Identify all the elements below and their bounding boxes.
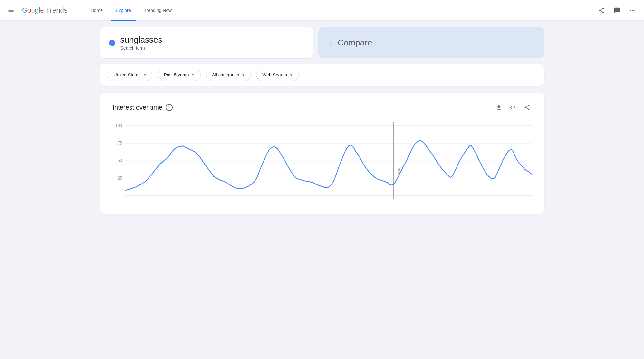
svg-text:25: 25: [117, 175, 122, 181]
header-left: Google Trends Home Explore Trending Now: [5, 0, 177, 21]
type-filter[interactable]: Web Search ▼: [256, 69, 299, 81]
search-term: sunglasses: [120, 35, 162, 45]
logo-trends: Trends: [46, 6, 68, 15]
header-right: [595, 4, 639, 17]
time-chevron: ▼: [191, 73, 195, 77]
region-filter[interactable]: United States ▼: [108, 69, 153, 81]
compare-plus: +: [327, 38, 332, 48]
logo[interactable]: Google Trends: [22, 6, 68, 15]
category-chevron: ▼: [242, 73, 245, 77]
chart-area: 100 75 50 25 Note: [113, 122, 532, 206]
download-button[interactable]: [494, 103, 503, 112]
svg-text:100: 100: [115, 123, 122, 128]
compare-box[interactable]: + Compare: [318, 27, 544, 58]
embed-button[interactable]: [508, 103, 517, 112]
type-chevron: ▼: [290, 73, 293, 77]
nav-explore[interactable]: Explore: [111, 0, 136, 21]
feedback-button[interactable]: [610, 4, 623, 17]
time-label: Past 5 years: [164, 72, 189, 77]
header: Google Trends Home Explore Trending Now: [0, 0, 644, 21]
category-filter[interactable]: All categories ▼: [206, 69, 251, 81]
svg-text:75: 75: [117, 141, 122, 146]
chart-svg: 100 75 50 25 Note: [113, 122, 532, 206]
search-term-sub: Search term: [120, 45, 162, 51]
help-button[interactable]: ?: [166, 104, 173, 111]
chart-title: Interest over time: [113, 104, 163, 111]
chart-title-row: Interest over time ?: [113, 104, 173, 111]
logo-google: Google: [22, 6, 44, 15]
filter-bar: United States ▼ Past 5 years ▼ All categ…: [100, 64, 544, 86]
share-button[interactable]: [595, 4, 608, 17]
type-label: Web Search: [262, 72, 287, 77]
apps-button[interactable]: [626, 4, 639, 17]
category-label: All categories: [212, 72, 239, 77]
menu-button[interactable]: [5, 5, 17, 16]
chart-header: Interest over time ?: [113, 103, 532, 112]
main-nav: Home Explore Trending Now: [86, 0, 177, 21]
svg-text:50: 50: [117, 158, 122, 163]
search-term-info: sunglasses Search term: [120, 35, 162, 51]
compare-label: Compare: [338, 38, 372, 48]
region-label: United States: [114, 72, 141, 77]
nav-home[interactable]: Home: [86, 0, 108, 21]
nav-trending[interactable]: Trending Now: [139, 0, 177, 21]
chart-share-button[interactable]: [523, 103, 532, 112]
chart-actions: [494, 103, 532, 112]
chart-card: Interest over time ?: [100, 93, 544, 214]
main-content: sunglasses Search term + Compare United …: [87, 21, 557, 220]
search-box[interactable]: sunglasses Search term: [100, 27, 313, 58]
time-filter[interactable]: Past 5 years ▼: [158, 69, 201, 81]
region-chevron: ▼: [143, 73, 147, 77]
search-area: sunglasses Search term + Compare: [100, 27, 544, 58]
search-dot: [109, 40, 115, 46]
